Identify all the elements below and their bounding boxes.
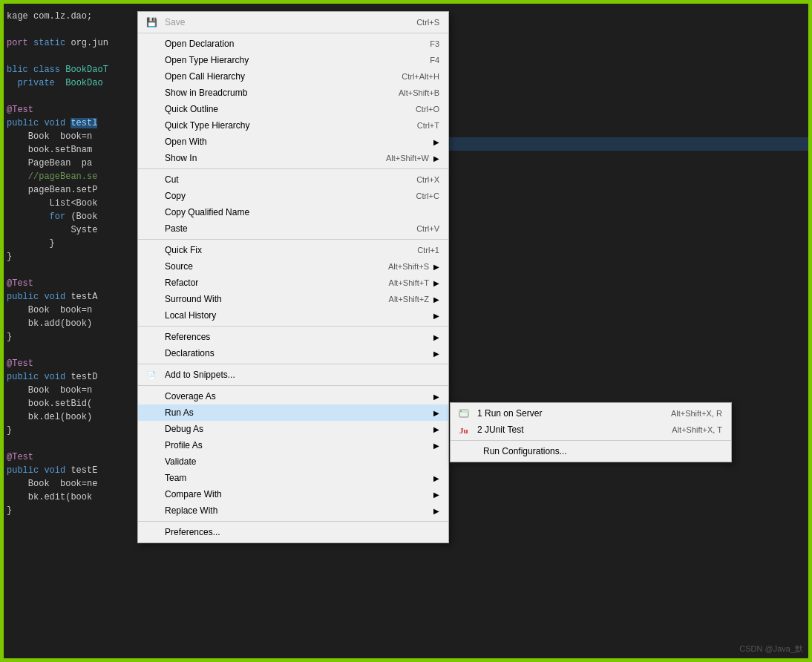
menu-label-open-call-hierarchy: Open Call Hierarchy	[165, 71, 387, 82]
menu-label-quick-type-hierarchy: Quick Type Hierarchy	[165, 120, 402, 131]
menu-item-open-type-hierarchy[interactable]: Open Type Hierarchy F4	[138, 52, 448, 68]
menu-label-surround-with: Surround With	[165, 294, 374, 304]
code-line: public void testA	[7, 290, 134, 304]
compare-with-arrow: ▶	[433, 491, 439, 499]
coverage-as-arrow: ▶	[433, 393, 439, 401]
submenu-item-run-configurations[interactable]: Run Configurations...	[451, 443, 731, 459]
menu-label-preferences: Preferences...	[165, 527, 439, 537]
menu-item-quick-outline[interactable]: Quick Outline Ctrl+O	[138, 101, 448, 117]
code-line: Book book=ne	[7, 477, 134, 491]
menu-shortcut-cut: Ctrl+X	[416, 175, 439, 184]
menu-shortcut-paste: Ctrl+V	[416, 224, 439, 233]
submenu-shortcut-run-on-server: Alt+Shift+X, R	[671, 409, 722, 418]
junit-icon: Ju	[456, 425, 471, 435]
submenu-separator-1	[451, 440, 731, 441]
code-line: private BookDao	[7, 76, 134, 90]
code-line: @Test	[7, 357, 134, 370]
code-line: @Test	[7, 277, 134, 290]
menu-label-paste: Paste	[165, 223, 402, 234]
menu-item-cut[interactable]: Cut Ctrl+X	[138, 171, 448, 188]
menu-label-copy-qualified-name: Copy Qualified Name	[165, 207, 439, 217]
save-icon: 💾	[144, 17, 159, 27]
menu-separator-3	[138, 239, 448, 240]
menu-item-surround-with[interactable]: Surround With Alt+Shift+Z ▶	[138, 291, 448, 307]
svg-text:Ju: Ju	[459, 426, 468, 435]
menu-label-refactor: Refactor	[165, 278, 374, 288]
menu-item-references[interactable]: References ▶	[138, 329, 448, 345]
menu-item-replace-with[interactable]: Replace With ▶	[138, 502, 448, 519]
menu-item-paste[interactable]: Paste Ctrl+V	[138, 220, 448, 237]
run-on-server-icon	[456, 408, 471, 419]
code-line: bk.edit(book	[7, 491, 134, 504]
code-line	[7, 50, 134, 63]
menu-item-profile-as[interactable]: Profile As ▶	[138, 437, 448, 453]
menu-shortcut-surround-with: Alt+Shift+Z	[389, 295, 429, 304]
menu-shortcut-open-type-hierarchy: F4	[430, 56, 439, 65]
menu-item-open-with[interactable]: Open With ▶	[138, 134, 448, 150]
code-line	[7, 344, 134, 357]
menu-shortcut-save: Ctrl+S	[416, 18, 439, 27]
menu-label-validate: Validate	[165, 456, 439, 467]
menu-item-declarations[interactable]: Declarations ▶	[138, 345, 448, 361]
menu-shortcut-quick-outline: Ctrl+O	[416, 105, 439, 114]
menu-label-open-with: Open With	[165, 137, 414, 147]
code-line: public void testD	[7, 370, 134, 384]
menu-label-profile-as: Profile As	[165, 440, 429, 450]
menu-label-copy: Copy	[165, 191, 402, 201]
menu-item-copy[interactable]: Copy Ctrl+C	[138, 188, 448, 204]
menu-item-run-as[interactable]: Run As ▶ 1 Run on Server Alt+Shift+X, R	[138, 404, 448, 421]
code-line: }	[7, 330, 134, 344]
menu-separator-1	[138, 33, 448, 33]
menu-label-references: References	[165, 332, 429, 342]
menu-item-preferences[interactable]: Preferences...	[138, 524, 448, 540]
menu-item-add-to-snippets[interactable]: 📄 Add to Snippets...	[138, 367, 448, 383]
menu-label-run-as: Run As	[165, 407, 429, 418]
menu-separator-6	[138, 385, 448, 386]
menu-item-compare-with[interactable]: Compare With ▶	[138, 486, 448, 502]
code-line: @Test	[7, 450, 134, 464]
menu-item-refactor[interactable]: Refactor Alt+Shift+T ▶	[138, 275, 448, 291]
code-line: public void testE	[7, 464, 134, 477]
menu-item-validate[interactable]: Validate	[138, 453, 448, 470]
code-line: Book book=n	[7, 130, 134, 143]
code-line: Book book=n	[7, 384, 134, 397]
menu-item-coverage-as[interactable]: Coverage As ▶	[138, 388, 448, 404]
snippets-icon: 📄	[144, 371, 159, 379]
menu-item-open-declaration[interactable]: Open Declaration F3	[138, 36, 448, 52]
menu-shortcut-show-in-breadcrumb: Alt+Shift+B	[399, 88, 439, 97]
surround-with-arrow: ▶	[433, 295, 439, 304]
code-line	[7, 90, 134, 103]
menu-item-source[interactable]: Source Alt+Shift+S ▶	[138, 258, 448, 275]
code-line: pageBean.setP	[7, 183, 134, 197]
show-in-arrow: ▶	[433, 154, 439, 163]
menu-shortcut-show-in: Alt+Shift+W	[386, 154, 429, 163]
menu-item-save[interactable]: 💾 Save Ctrl+S	[138, 14, 448, 30]
svg-point-2	[460, 410, 462, 412]
team-arrow: ▶	[433, 474, 439, 482]
menu-item-copy-qualified-name[interactable]: Copy Qualified Name	[138, 204, 448, 220]
code-line: kage com.lz.dao;	[7, 10, 134, 23]
menu-separator-2	[138, 168, 448, 169]
menu-shortcut-source: Alt+Shift+S	[388, 262, 429, 271]
menu-label-show-in: Show In	[165, 153, 371, 163]
submenu-item-junit-test[interactable]: Ju 2 JUnit Test Alt+Shift+X, T	[451, 422, 731, 438]
submenu-label-run-on-server: 1 Run on Server	[477, 408, 656, 419]
menu-item-open-call-hierarchy[interactable]: Open Call Hierarchy Ctrl+Alt+H	[138, 68, 448, 85]
replace-with-arrow: ▶	[433, 507, 439, 515]
menu-item-local-history[interactable]: Local History ▶	[138, 307, 448, 324]
menu-label-debug-as: Debug As	[165, 424, 429, 434]
run-as-submenu: 1 Run on Server Alt+Shift+X, R Ju 2 JUni…	[450, 402, 732, 462]
watermark: CSDN @Java_默	[739, 643, 803, 655]
menu-item-quick-fix[interactable]: Quick Fix Ctrl+1	[138, 242, 448, 258]
menu-label-quick-outline: Quick Outline	[165, 104, 401, 114]
submenu-label-run-configurations: Run Configurations...	[477, 446, 722, 456]
menu-item-quick-type-hierarchy[interactable]: Quick Type Hierarchy Ctrl+T	[138, 117, 448, 134]
menu-item-show-in-breadcrumb[interactable]: Show in Breadcrumb Alt+Shift+B	[138, 85, 448, 101]
code-line	[7, 263, 134, 277]
menu-item-show-in[interactable]: Show In Alt+Shift+W ▶	[138, 150, 448, 166]
declarations-arrow: ▶	[433, 350, 439, 358]
menu-item-team[interactable]: Team ▶	[138, 470, 448, 486]
menu-label-save: Save	[165, 17, 402, 27]
submenu-item-run-on-server[interactable]: 1 Run on Server Alt+Shift+X, R	[451, 405, 731, 422]
menu-item-debug-as[interactable]: Debug As ▶	[138, 421, 448, 437]
